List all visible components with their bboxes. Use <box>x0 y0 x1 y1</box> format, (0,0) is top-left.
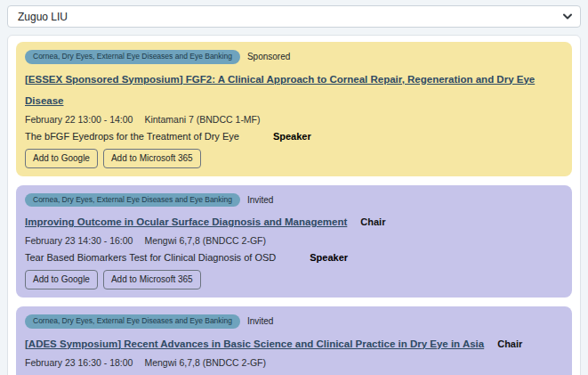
profile-select[interactable]: Zuguo LIU <box>7 5 581 28</box>
session-time: February 22 13:00 - 14:00 <box>25 114 133 125</box>
presentation-title: Tear Based Biomarkers Test for Clinical … <box>25 252 276 263</box>
session-location: Mengwi 6,7,8 (BNDCC 2-GF) <box>144 357 266 368</box>
session-role-label: Chair <box>497 338 522 349</box>
presentation-role-label: Speaker <box>310 252 348 263</box>
session-location: Mengwi 6,7,8 (BNDCC 2-GF) <box>144 235 266 246</box>
session-role-label: Chair <box>360 216 385 227</box>
chevron-down-icon <box>563 13 572 20</box>
add-to-microsoft-button[interactable]: Add to Microsoft 365 <box>103 270 201 289</box>
category-badge: Cornea, Dry Eyes, External Eye Diseases … <box>25 314 240 329</box>
session-title-link[interactable]: Improving Outcome in Ocular Surface Diag… <box>25 216 347 227</box>
add-to-google-button[interactable]: Add to Google <box>25 270 98 289</box>
session-location: Kintamani 7 (BNDCC 1-MF) <box>144 114 260 125</box>
profile-select-value: Zuguo LIU <box>18 11 68 23</box>
presentation-title: The bFGF Eyedrops for the Treatment of D… <box>25 131 239 142</box>
category-badge: Cornea, Dry Eyes, External Eye Diseases … <box>25 193 240 208</box>
session-time: February 23 16:30 - 18:00 <box>25 357 133 368</box>
event-card: Cornea, Dry Eyes, External Eye Diseases … <box>16 306 572 375</box>
session-title-link[interactable]: [ESSEX Sponsored Symposium] FGF2: A Clin… <box>25 74 535 106</box>
session-time: February 23 14:30 - 16:00 <box>25 235 133 246</box>
add-to-microsoft-button[interactable]: Add to Microsoft 365 <box>103 149 201 168</box>
add-to-google-button[interactable]: Add to Google <box>25 149 98 168</box>
events-panel: Cornea, Dry Eyes, External Eye Diseases … <box>7 35 581 375</box>
category-badge: Cornea, Dry Eyes, External Eye Diseases … <box>25 50 240 64</box>
invitation-type-label: Sponsored <box>247 52 290 61</box>
invitation-type-label: Invited <box>247 316 273 326</box>
event-card: Cornea, Dry Eyes, External Eye Diseases … <box>16 42 572 176</box>
presentation-role-label: Speaker <box>273 131 311 142</box>
event-card: Cornea, Dry Eyes, External Eye Diseases … <box>16 185 572 298</box>
session-title-link[interactable]: [ADES Symposium] Recent Advances in Basi… <box>25 338 484 349</box>
invitation-type-label: Invited <box>247 195 273 205</box>
